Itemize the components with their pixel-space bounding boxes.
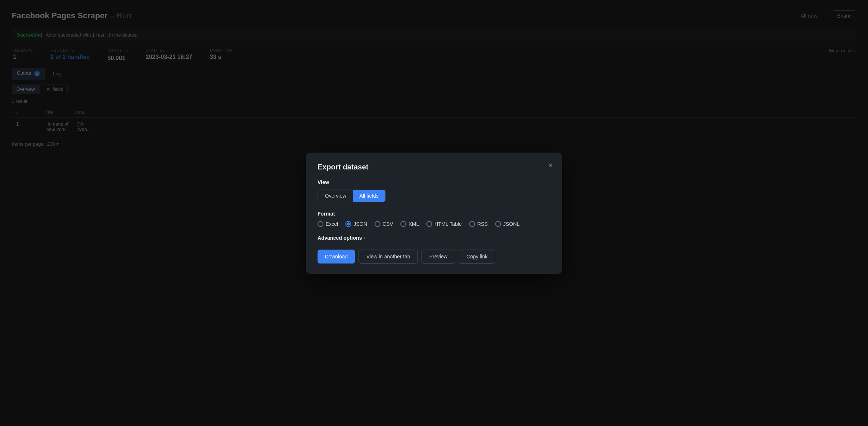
radio-jsonl-circle bbox=[495, 221, 501, 227]
advanced-options[interactable]: Advanced options › bbox=[318, 235, 550, 241]
format-json[interactable]: JSON bbox=[345, 221, 367, 227]
format-section: Format Excel JSON CSV XML bbox=[318, 211, 550, 227]
format-section-label: Format bbox=[318, 211, 550, 217]
view-section-label: View bbox=[318, 179, 550, 185]
export-modal: × Export dataset View Overview All field… bbox=[306, 153, 562, 274]
view-toggle: Overview All fields bbox=[318, 190, 386, 202]
format-html-table[interactable]: HTML Table bbox=[426, 221, 462, 227]
format-jsonl-label: JSONL bbox=[503, 221, 520, 227]
format-xml[interactable]: XML bbox=[400, 221, 419, 227]
format-csv[interactable]: CSV bbox=[375, 221, 393, 227]
view-toggle-overview[interactable]: Overview bbox=[318, 190, 353, 202]
format-json-label: JSON bbox=[353, 221, 367, 227]
radio-html-circle bbox=[426, 221, 432, 227]
format-excel[interactable]: Excel bbox=[318, 221, 338, 227]
modal-overlay: × Export dataset View Overview All field… bbox=[0, 0, 868, 426]
format-jsonl[interactable]: JSONL bbox=[495, 221, 520, 227]
format-excel-label: Excel bbox=[326, 221, 338, 227]
copy-link-button[interactable]: Copy link bbox=[459, 250, 496, 264]
preview-button[interactable]: Preview bbox=[422, 250, 455, 264]
action-buttons: Download View in another tab Preview Cop… bbox=[318, 250, 550, 264]
radio-xml-circle bbox=[400, 221, 406, 227]
chevron-right-icon: › bbox=[364, 235, 366, 240]
format-html-label: HTML Table bbox=[434, 221, 462, 227]
format-csv-label: CSV bbox=[383, 221, 393, 227]
radio-json-circle bbox=[345, 221, 351, 227]
radio-excel-circle bbox=[318, 221, 323, 227]
modal-close-button[interactable]: × bbox=[547, 160, 554, 170]
format-rss[interactable]: RSS bbox=[469, 221, 488, 227]
radio-csv-circle bbox=[375, 221, 381, 227]
modal-title: Export dataset bbox=[318, 163, 550, 171]
view-another-tab-button[interactable]: View in another tab bbox=[359, 250, 418, 264]
format-xml-label: XML bbox=[408, 221, 419, 227]
download-button[interactable]: Download bbox=[318, 250, 355, 264]
view-toggle-all-fields[interactable]: All fields bbox=[353, 190, 385, 202]
format-rss-label: RSS bbox=[477, 221, 488, 227]
advanced-options-label: Advanced options bbox=[318, 235, 362, 241]
radio-rss-circle bbox=[469, 221, 475, 227]
format-radio-group: Excel JSON CSV XML HTML Table bbox=[318, 221, 550, 227]
